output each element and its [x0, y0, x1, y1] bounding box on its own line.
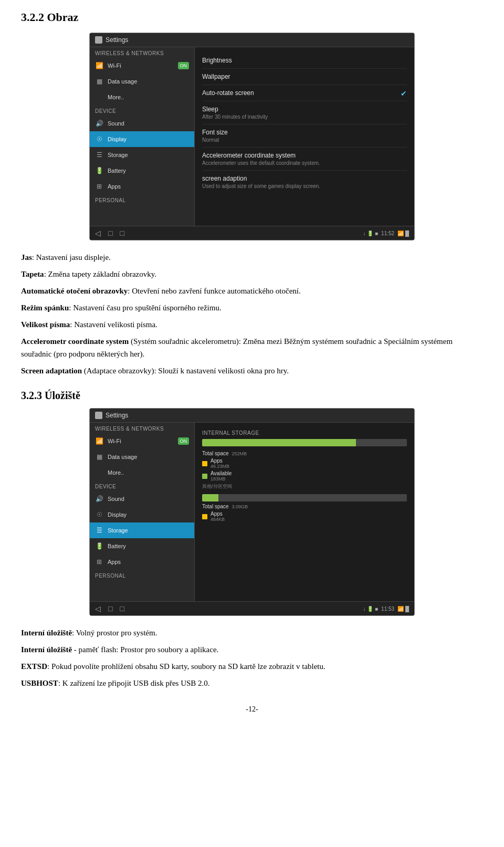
- sidebar-wifi[interactable]: 📶 Wi-Fi ON: [90, 58, 194, 74]
- desc-sleep-text: : Nastavení času pro spuštění úsporného …: [69, 304, 221, 312]
- fontsize-title: Font size: [202, 129, 228, 136]
- s2-wifi-label: Wi-Fi: [108, 438, 121, 444]
- s2-sidebar-storage[interactable]: ☰ Storage: [90, 522, 194, 538]
- desc-screenadapt: Screen adaptation (Adaptace obrazovky): …: [21, 364, 483, 377]
- screen1-content: Brightness Wallpaper Auto-rotate screen …: [195, 47, 414, 226]
- external-bar-group: [202, 494, 407, 501]
- screen1-sidebar: WIRELESS & NETWORKS 📶 Wi-Fi ON ▦ Data us…: [90, 47, 195, 226]
- desc-internal1-label: Interní úložiště: [21, 629, 72, 637]
- s2-sidebar-apps[interactable]: ⊞ Apps: [90, 554, 194, 570]
- desc-usbhost-label: USBHOST: [21, 679, 58, 687]
- status-icons-2: ↓ 🔋 ■: [363, 606, 378, 612]
- autorotate-check: ✔: [401, 89, 407, 98]
- desc-autorotate-text: : Otevření nebo zavření funkce automatic…: [128, 287, 300, 295]
- back-button-1[interactable]: ◁: [95, 229, 101, 237]
- sidebar-display[interactable]: ☉ Display: [90, 131, 194, 147]
- available-label: Available: [211, 470, 232, 476]
- apps-row: Apps 46.23MB: [202, 458, 407, 469]
- section-title-2: 3.2.3 Úložiště: [21, 390, 483, 402]
- screen2-body: WIRELESS & NETWORKS 📶 Wi-Fi ON ▦ Data us…: [90, 423, 414, 601]
- s2-display-icon: ☉: [95, 510, 103, 519]
- s2-battery-label: Battery: [108, 543, 126, 549]
- s2-battery-icon: 🔋: [95, 542, 103, 550]
- apps-label: Apps: [211, 458, 229, 464]
- fontsize-sub: Normal: [202, 137, 407, 143]
- brightness-title: Brightness: [202, 57, 232, 64]
- desc-fontsize-label: Velikost písma: [21, 320, 70, 329]
- desc-tapeta: Tapeta: Změna tapety základní obrazovky.: [21, 268, 483, 280]
- s2-sidebar-datausage[interactable]: ▦ Data usage: [90, 449, 194, 465]
- ext-apps-dot: [202, 514, 207, 519]
- s2-display-label: Display: [108, 511, 127, 518]
- s2-sidebar-more[interactable]: More..: [90, 465, 194, 480]
- sidebar-datausage[interactable]: ▦ Data usage: [90, 74, 194, 89]
- desc-screenadapt-text: (Adaptace obrazovky): Slouží k nastavení…: [82, 367, 289, 375]
- recents-button-2[interactable]: □: [120, 604, 124, 613]
- battery-label: Battery: [108, 168, 126, 174]
- s2-storage-icon: ☰: [95, 526, 103, 535]
- s2-sidebar-sound[interactable]: 🔊 Sound: [90, 491, 194, 507]
- apps-value: 46.23MB: [211, 464, 229, 469]
- page-number: -12-: [21, 705, 483, 714]
- home-button-2[interactable]: □: [108, 604, 112, 613]
- apps-icon: ⊞: [95, 182, 103, 191]
- content-accelerometer: Accelerometer coordinate system Accelero…: [202, 148, 407, 171]
- internal-storage-title: INTERNAL STORAGE: [202, 428, 407, 439]
- wifi-icon: 📶: [95, 61, 103, 70]
- autorotate-title: Auto-rotate screen: [202, 89, 254, 97]
- home-button-1[interactable]: □: [108, 229, 112, 237]
- desc-extsd-text: : Pokud povolíte prohlížení obsahu SD ka…: [47, 662, 326, 671]
- sidebar-apps[interactable]: ⊞ Apps: [90, 179, 194, 194]
- apps-label: Apps: [108, 183, 121, 190]
- ext-total-space-value: 3.09GB: [232, 504, 248, 509]
- desc-fontsize: Velikost písma: Nastavení velikosti písm…: [21, 318, 483, 331]
- desc-extsd: EXTSD: Pokud povolíte prohlížení obsahu …: [21, 660, 483, 673]
- device-section-header: DEVICE: [90, 105, 194, 116]
- settings-icon-1: [95, 36, 102, 44]
- wireless-section-header: WIRELESS & NETWORKS: [90, 47, 194, 58]
- data-icon: ▦: [95, 77, 103, 86]
- sidebar-sound[interactable]: 🔊 Sound: [90, 116, 194, 131]
- display-label: Display: [108, 136, 127, 142]
- screenshot-1: Settings WIRELESS & NETWORKS 📶 Wi-Fi ON …: [89, 33, 415, 240]
- screen2-bottombar: ◁ □ □ ↓ 🔋 ■ 11:53 📶 █: [90, 601, 414, 615]
- wallpaper-title: Wallpaper: [202, 73, 230, 80]
- desc-accelerometer: Accelerometr coordinate system (Systém s…: [21, 335, 483, 360]
- total-space-row: Total space 252MB: [202, 451, 407, 456]
- desc-internal1-text: : Volný prostor pro systém.: [72, 629, 157, 637]
- s2-sound-icon: 🔊: [95, 495, 103, 503]
- s2-wireless-header: WIRELESS & NETWORKS: [90, 423, 194, 433]
- personal-section-header: PERSONAL: [90, 194, 194, 205]
- s2-sidebar-wifi[interactable]: 📶 Wi-Fi ON: [90, 433, 194, 449]
- display-icon: ☉: [95, 135, 103, 143]
- recents-button-1[interactable]: □: [120, 229, 124, 237]
- sidebar-battery[interactable]: 🔋 Battery: [90, 163, 194, 179]
- s2-sidebar-battery[interactable]: 🔋 Battery: [90, 538, 194, 554]
- available-dot: [202, 474, 207, 479]
- android-screen-2: Settings WIRELESS & NETWORKS 📶 Wi-Fi ON …: [90, 409, 414, 615]
- screen2-sidebar: WIRELESS & NETWORKS 📶 Wi-Fi ON ▦ Data us…: [90, 423, 195, 601]
- ext-apps-row: Apps 464KB: [202, 511, 407, 522]
- datausage-label: Data usage: [108, 78, 137, 85]
- screen1-body: WIRELESS & NETWORKS 📶 Wi-Fi ON ▦ Data us…: [90, 47, 414, 226]
- status-signal-1: 📶 █: [397, 231, 409, 236]
- s2-storage-label: Storage: [108, 527, 128, 534]
- s2-sidebar-display[interactable]: ☉ Display: [90, 507, 194, 522]
- accelerometer-sub: Accelerometer uses the default coordinat…: [202, 160, 407, 166]
- status-signal-2: 📶 █: [397, 606, 409, 612]
- available-row: Available 183MB: [202, 470, 407, 482]
- back-button-2[interactable]: ◁: [95, 604, 101, 613]
- ext-apps-value: 464KB: [211, 517, 225, 522]
- s2-device-header: DEVICE: [90, 480, 194, 491]
- status-time-2: 11:53: [381, 606, 394, 612]
- s2-more-label: More..: [108, 469, 124, 476]
- sidebar-more[interactable]: More..: [90, 89, 194, 105]
- status-time-1: 11:52: [381, 231, 394, 236]
- desc-usbhost: USBHOST: K zařízení lze připojit USB dis…: [21, 677, 483, 689]
- sidebar-storage[interactable]: ☰ Storage: [90, 147, 194, 163]
- titlebar-2: Settings: [90, 409, 414, 423]
- screen1-title: Settings: [106, 36, 128, 44]
- screen2-content: INTERNAL STORAGE Total space 252MB Apps: [195, 423, 414, 601]
- ext-apps-label: Apps: [211, 511, 225, 517]
- content-brightness: Brightness: [202, 53, 407, 69]
